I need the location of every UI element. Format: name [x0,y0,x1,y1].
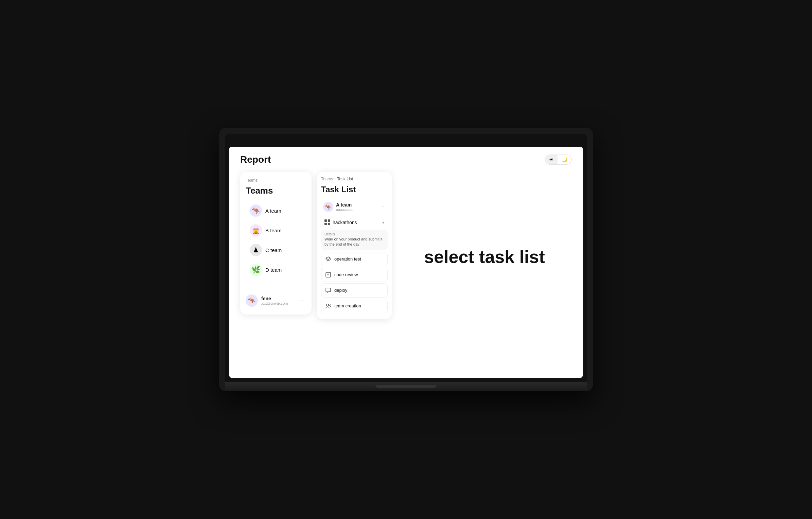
hackathons-label: hackathons [333,220,380,225]
grid-icon [324,219,331,226]
theme-dark-button[interactable]: 🌙 [558,155,571,164]
team-name-b: B team [265,228,282,233]
team-name-d: D team [265,267,282,273]
avatar: 🦘 [246,294,258,307]
tasklist-team-sub: aaaaaaaa [336,208,353,212]
team-avatar-a: 🦘 [250,204,262,217]
tasklist-team-more[interactable]: ··· [381,204,386,210]
team-avatar-b: 🧝 [250,224,262,236]
theme-toggle[interactable]: ☀ 🌙 [545,155,572,165]
detail-text: Work on your product and submit it by th… [324,237,384,247]
teams-section-label: Teams [246,178,306,183]
tasklist-team-avatar: 🦘 [323,202,333,212]
page-title: Report [240,154,271,165]
main-content: select task list [397,172,572,342]
breadcrumb-current: Task List [337,177,353,181]
team-avatar-d: 🌿 [250,264,262,276]
tasklist-team-info: A team aaaaaaaa [336,202,353,212]
tasklist-panel: Teams › Task List Task List 🦘 A team aaa… [317,172,392,319]
users-icon [325,303,332,309]
tasklist-team-left: 🦘 A team aaaaaaaa [323,202,353,212]
breadcrumb: Teams › Task List [321,177,388,181]
hackathons-group[interactable]: hackathons ▾ [321,217,388,228]
task-item-team-creation[interactable]: team creation [321,299,388,313]
layers-icon [325,256,332,263]
hackathons-detail-card: Details Work on your product and submit … [321,230,388,250]
select-task-list-prompt: select task list [424,247,545,267]
task-name-operation-test: operation test [334,256,361,262]
square-icon [325,271,332,278]
team-item-a[interactable]: 🦘 A team [246,201,306,220]
svg-rect-2 [326,288,331,292]
task-name-code-review: code review [334,272,358,277]
chevron-down-icon: ▾ [382,220,384,225]
detail-label: Details [324,232,384,236]
chat-icon [325,287,332,294]
team-name-c: C team [265,247,282,253]
team-item-c[interactable]: ♟ C team [246,241,306,259]
user-email: xxx@unyte.com [261,301,295,305]
theme-light-button[interactable]: ☀ [545,155,558,164]
user-info: fene xxx@unyte.com [261,296,295,305]
task-item-operation-test[interactable]: operation test [321,252,388,266]
tasklist-team-name: A team [336,202,353,208]
svg-point-3 [326,304,329,306]
task-item-code-review[interactable]: code review [321,268,388,282]
breadcrumb-parent[interactable]: Teams [321,177,333,181]
tasklist-team-header: 🦘 A team aaaaaaaa ··· [321,199,388,215]
team-name-a: A team [265,208,281,214]
task-name-team-creation: team creation [334,303,361,308]
team-item-b[interactable]: 🧝 B team [246,221,306,239]
task-name-deploy: deploy [334,288,347,293]
team-avatar-c: ♟ [250,244,262,256]
team-item-d[interactable]: 🌿 D team [246,261,306,279]
svg-point-4 [329,304,330,305]
user-name: fene [261,296,295,301]
user-footer: 🦘 fene xxx@unyte.com ··· [246,289,306,308]
breadcrumb-separator: › [334,177,336,181]
teams-title: Teams [246,185,306,196]
teams-panel: Teams Teams 🦘 A team 🧝 B team ♟ C team [240,172,312,315]
task-item-deploy[interactable]: deploy [321,283,388,298]
tasklist-title: Task List [321,185,388,194]
user-more-button[interactable]: ··· [298,296,306,306]
